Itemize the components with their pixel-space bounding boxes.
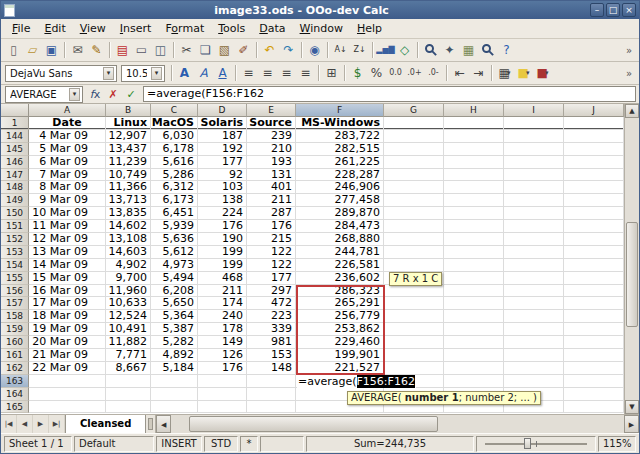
increase-indent-icon[interactable]: ⇥: [469, 64, 488, 83]
row-header-146[interactable]: 146: [1, 156, 29, 169]
row-header-158[interactable]: 158: [1, 310, 29, 323]
cell-D146[interactable]: 177: [198, 156, 247, 169]
cell-C163[interactable]: [151, 375, 198, 388]
cell-A156[interactable]: 16 Mar 09: [29, 285, 106, 298]
cell-G151[interactable]: [384, 220, 444, 233]
menu-format[interactable]: Format: [158, 20, 211, 37]
zoom-level[interactable]: 115%: [598, 436, 636, 452]
cell-B152[interactable]: 13,108: [106, 233, 151, 246]
scroll-right-icon[interactable]: ▶: [624, 415, 639, 433]
cell-E156[interactable]: 297: [247, 285, 296, 298]
cell-J161[interactable]: [564, 349, 624, 362]
cell-B157[interactable]: 10,633: [106, 297, 151, 310]
cell-D144[interactable]: 187: [198, 130, 247, 143]
cell-A159[interactable]: 19 Mar 09: [29, 323, 106, 336]
scroll-left-icon[interactable]: ◀: [156, 415, 171, 433]
cell-B161[interactable]: 7,771: [106, 349, 151, 362]
hyperlink-icon[interactable]: ◉: [305, 41, 324, 60]
cell-J165[interactable]: [564, 401, 624, 414]
column-header-I[interactable]: I: [504, 104, 564, 117]
paste-icon[interactable]: ▧: [215, 41, 234, 60]
cell-G156[interactable]: [384, 285, 444, 298]
accept-icon[interactable]: ✓: [122, 86, 140, 102]
row-header-155[interactable]: 155: [1, 272, 29, 285]
cell-E162[interactable]: 148: [247, 362, 296, 375]
cell-D153[interactable]: 199: [198, 246, 247, 259]
cell-D152[interactable]: 190: [198, 233, 247, 246]
vertical-scroll-thumb[interactable]: [626, 222, 638, 327]
cell-G154[interactable]: [384, 259, 444, 272]
cell-F148[interactable]: 246,906: [296, 181, 384, 194]
cell-J149[interactable]: [564, 194, 624, 207]
open-folder-icon[interactable]: ▱: [23, 41, 42, 60]
undo-icon[interactable]: ↶: [260, 41, 279, 60]
cell-H161[interactable]: [444, 349, 504, 362]
cell-F149[interactable]: 277,458: [296, 194, 384, 207]
cell-G149[interactable]: [384, 194, 444, 207]
column-header-A[interactable]: A: [29, 104, 106, 117]
cell-A165[interactable]: [29, 401, 106, 414]
cell-E146[interactable]: 193: [247, 156, 296, 169]
cell-J144[interactable]: [564, 130, 624, 143]
cell-I153[interactable]: [504, 246, 564, 259]
cell-F154[interactable]: 226,581: [296, 259, 384, 272]
column-header-E[interactable]: E: [247, 104, 296, 117]
sheet-tab-cleansed[interactable]: Cleansed: [65, 415, 146, 433]
minimize-button[interactable]: –: [590, 3, 604, 17]
column-header-G[interactable]: G: [384, 104, 444, 117]
select-all-corner[interactable]: [1, 104, 29, 117]
help-icon[interactable]: ?: [497, 41, 516, 60]
cell-H158[interactable]: [444, 310, 504, 323]
cell-H155[interactable]: [444, 272, 504, 285]
function-wizard-icon[interactable]: fx: [86, 86, 104, 102]
row-header-145[interactable]: 145: [1, 143, 29, 156]
cell-E165[interactable]: [247, 401, 296, 414]
cell-I147[interactable]: [504, 169, 564, 182]
add-decimal-icon[interactable]: .0+: [405, 64, 424, 83]
cell-J1[interactable]: [564, 117, 624, 130]
decrease-indent-icon[interactable]: ⇤: [450, 64, 469, 83]
background-color-icon[interactable]: ■▾: [514, 64, 533, 83]
cell-H151[interactable]: [444, 220, 504, 233]
cell-B156[interactable]: 11,960: [106, 285, 151, 298]
cell-E164[interactable]: [247, 388, 296, 401]
cell-C154[interactable]: 4,973: [151, 259, 198, 272]
cell-A160[interactable]: 20 Mar 09: [29, 336, 106, 349]
row-header-152[interactable]: 152: [1, 233, 29, 246]
row-header-147[interactable]: 147: [1, 169, 29, 182]
horizontal-scrollbar[interactable]: ◀ ▶: [155, 415, 639, 433]
cell-F153[interactable]: 244,781: [296, 246, 384, 259]
find-replace-icon[interactable]: [421, 41, 440, 60]
cell-C157[interactable]: 5,650: [151, 297, 198, 310]
cell-F160[interactable]: 229,460: [296, 336, 384, 349]
selection-mode-indicator[interactable]: STD: [204, 436, 238, 452]
row-header-164[interactable]: 164: [1, 388, 29, 401]
cell-E148[interactable]: 401: [247, 181, 296, 194]
cell-D160[interactable]: 149: [198, 336, 247, 349]
align-left-icon[interactable]: ≡: [239, 64, 258, 83]
cell-E154[interactable]: 122: [247, 259, 296, 272]
cell-J150[interactable]: [564, 207, 624, 220]
cell-B165[interactable]: [106, 401, 151, 414]
cell-E157[interactable]: 472: [247, 297, 296, 310]
first-sheet-icon[interactable]: |◀: [1, 415, 17, 433]
cell-A147[interactable]: 7 Mar 09: [29, 169, 106, 182]
borders-icon[interactable]: ▦▾: [495, 64, 514, 83]
cell-I150[interactable]: [504, 207, 564, 220]
font-size-combo[interactable]: 10.5 ▾: [121, 65, 165, 82]
cell-F161[interactable]: 199,901: [296, 349, 384, 362]
cell-B153[interactable]: 14,603: [106, 246, 151, 259]
cell-I149[interactable]: [504, 194, 564, 207]
row-header-1[interactable]: 1: [1, 117, 29, 130]
cell-D1[interactable]: Solaris: [198, 117, 247, 130]
align-center-icon[interactable]: ≡: [258, 64, 277, 83]
cell-H1[interactable]: [444, 117, 504, 130]
sort-descending-icon[interactable]: Z↓: [350, 41, 369, 60]
row-header-148[interactable]: 148: [1, 181, 29, 194]
cell-A150[interactable]: 10 Mar 09: [29, 207, 106, 220]
close-button[interactable]: ×: [622, 3, 636, 17]
row-header-151[interactable]: 151: [1, 220, 29, 233]
cell-A163[interactable]: [29, 375, 106, 388]
chevron-down-icon[interactable]: ▾: [151, 67, 162, 80]
cell-C151[interactable]: 5,939: [151, 220, 198, 233]
